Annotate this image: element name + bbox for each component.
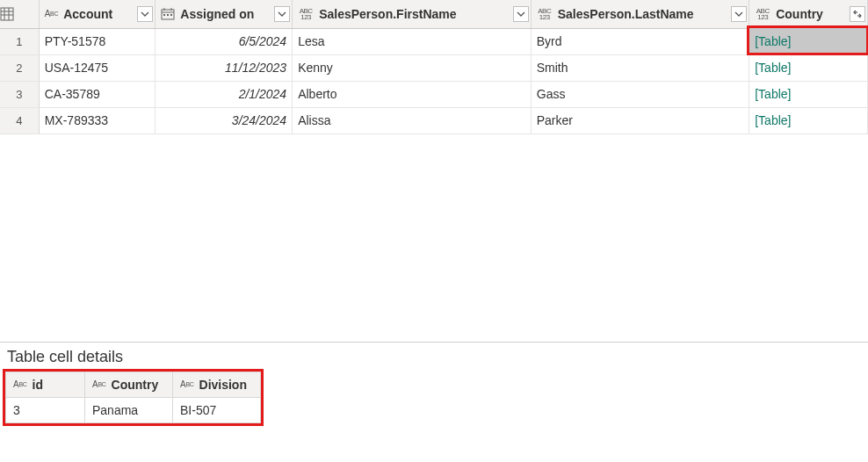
details-column-header-id[interactable]: ABCid [6, 372, 85, 398]
cell-account[interactable]: PTY-51578 [39, 28, 156, 54]
svg-rect-0 [1, 8, 13, 20]
date-type-icon [161, 8, 175, 20]
text-type-icon: ABC [45, 10, 59, 18]
column-label: Country [776, 7, 841, 21]
column-header-country[interactable]: ABC123 Country [749, 0, 868, 28]
table-link[interactable]: [Table] [755, 113, 791, 127]
cell-account[interactable]: CA-35789 [39, 81, 156, 107]
main-data-grid: ABC Account Assigned on ABC123 SalesP [0, 0, 868, 134]
cell-lastname[interactable]: Parker [531, 107, 749, 134]
select-all-corner[interactable] [0, 0, 39, 28]
table-row[interactable]: 4 MX-789333 3/24/2024 Alissa Parker [Tab… [0, 107, 868, 134]
column-label: id [33, 378, 43, 392]
table-row[interactable]: 3 CA-35789 2/1/2024 Alberto Gass [Table] [0, 81, 868, 107]
details-header-row: ABCid ABCCountry ABCDivision [6, 372, 261, 398]
column-label: Account [63, 7, 128, 21]
row-number[interactable]: 3 [0, 81, 39, 107]
details-column-header-division[interactable]: ABCDivision [173, 372, 261, 398]
cell-firstname[interactable]: Alissa [293, 107, 532, 134]
column-header-row: ABC Account Assigned on ABC123 SalesP [0, 0, 868, 28]
details-cell-country[interactable]: Panama [85, 398, 173, 423]
cell-firstname[interactable]: Kenny [293, 54, 532, 81]
table-link[interactable]: [Table] [755, 87, 791, 101]
text-type-icon: ABC [180, 380, 194, 389]
cell-firstname[interactable]: Alberto [293, 81, 532, 107]
main-table-pane: ABC Account Assigned on ABC123 SalesP [0, 0, 868, 343]
table-link[interactable]: [Table] [755, 34, 791, 48]
filter-dropdown-button[interactable] [137, 6, 153, 22]
cell-lastname[interactable]: Smith [531, 54, 749, 81]
cell-account[interactable]: MX-789333 [39, 107, 156, 134]
column-header-salesperson-firstname[interactable]: ABC123 SalesPerson.FirstName [293, 0, 532, 28]
cell-lastname[interactable]: Gass [531, 81, 749, 107]
details-row[interactable]: 3 Panama BI-507 [6, 398, 261, 423]
column-label: SalesPerson.LastName [558, 7, 722, 21]
row-number[interactable]: 1 [0, 28, 39, 54]
cell-country[interactable]: [Table] [749, 107, 868, 134]
row-number[interactable]: 2 [0, 54, 39, 81]
details-title: Table cell details [5, 348, 863, 366]
table-icon [0, 7, 39, 21]
cell-country[interactable]: [Table] [749, 28, 868, 54]
cell-assigned-on[interactable]: 2/1/2024 [156, 81, 293, 107]
cell-assigned-on[interactable]: 11/12/2023 [156, 54, 293, 81]
cell-firstname[interactable]: Lesa [293, 28, 532, 54]
svg-rect-10 [167, 14, 169, 16]
filter-dropdown-button[interactable] [731, 6, 747, 22]
cell-country[interactable]: [Table] [749, 81, 868, 107]
column-label: Division [199, 378, 247, 392]
column-label: Country [112, 378, 159, 392]
column-label: SalesPerson.FirstName [319, 7, 504, 21]
details-cell-division[interactable]: BI-507 [173, 398, 261, 423]
column-label: Assigned on [180, 7, 265, 21]
details-pane: Table cell details ABCid ABCCountry ABCD… [0, 343, 868, 426]
text-type-icon: ABC [13, 380, 27, 389]
cell-account[interactable]: USA-12475 [39, 54, 156, 81]
row-number[interactable]: 4 [0, 107, 39, 134]
details-cell-id[interactable]: 3 [6, 398, 85, 423]
cell-assigned-on[interactable]: 3/24/2024 [156, 107, 293, 134]
any-type-icon: ABC123 [755, 8, 770, 20]
text-type-icon: ABC [92, 380, 106, 389]
cell-country[interactable]: [Table] [749, 54, 868, 81]
svg-rect-11 [170, 14, 172, 16]
column-header-salesperson-lastname[interactable]: ABC123 SalesPerson.LastName [531, 0, 749, 28]
table-link[interactable]: [Table] [755, 61, 791, 75]
column-header-assigned-on[interactable]: Assigned on [156, 0, 293, 28]
details-grid: ABCid ABCCountry ABCDivision 3 Panama BI… [5, 372, 261, 423]
expand-column-button[interactable] [850, 6, 865, 22]
any-type-icon: ABC123 [537, 8, 553, 20]
any-type-icon: ABC123 [298, 8, 314, 20]
svg-rect-9 [163, 14, 165, 16]
cell-assigned-on[interactable]: 6/5/2024 [156, 28, 293, 54]
filter-dropdown-button[interactable] [274, 6, 290, 22]
cell-lastname[interactable]: Byrd [531, 28, 749, 54]
table-row[interactable]: 1 PTY-51578 6/5/2024 Lesa Byrd [Table] [0, 28, 868, 54]
table-row[interactable]: 2 USA-12475 11/12/2023 Kenny Smith [Tabl… [0, 54, 868, 81]
column-header-account[interactable]: ABC Account [39, 0, 156, 28]
filter-dropdown-button[interactable] [513, 6, 529, 22]
details-column-header-country[interactable]: ABCCountry [85, 372, 173, 398]
